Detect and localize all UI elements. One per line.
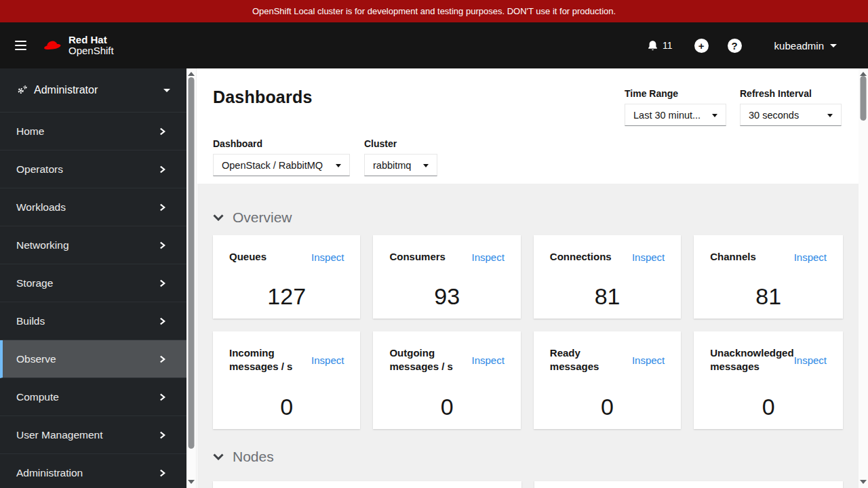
chevron-right-icon [159,317,166,325]
masthead: Red Hat OpenShift 11 + ? kubeadmin [0,22,868,68]
inspect-link[interactable]: Inspect [471,251,504,263]
stat-value: 127 [229,284,344,310]
dashboard-select[interactable]: OpenStack / RabbitMQ [213,154,350,176]
window-scrollbar-right[interactable] [859,68,868,488]
stat-card-connections: Connections Inspect 81 [534,235,681,319]
sidebar-item-workloads[interactable]: Workloads [0,188,186,226]
chevron-right-icon [159,127,166,136]
inspect-link[interactable]: Inspect [794,354,827,366]
content-scrollbar-left[interactable] [186,68,197,488]
page-title: Dashboards [213,87,312,107]
caret-down-icon [830,44,837,47]
stat-value: 81 [550,284,665,310]
question-circle-icon: ? [732,41,738,51]
caret-down-icon [712,114,717,117]
sidebar-item-home[interactable]: Home [0,113,186,150]
main-content: Dashboards Time Range Last 30 minut... R… [197,68,859,488]
caret-down-icon [336,164,341,167]
scrollbar-thumb[interactable] [189,77,195,449]
time-range-label: Time Range [625,88,678,99]
overview-cards: Queues Inspect 127 Consumers Inspect 93 … [213,235,843,429]
openshift-console: OpenShift Local cluster is for developme… [0,0,868,488]
dashboard-label: Dashboard [213,138,262,149]
add-button[interactable]: + [694,39,709,53]
refresh-interval-label: Refresh Interval [740,88,812,99]
stat-card-incoming-messages: Incoming messages / s Inspect 0 [213,331,360,429]
stat-value: 0 [229,394,344,421]
stat-card-outgoing-messages: Outgoing messages / s Inspect 0 [373,331,520,429]
chevron-right-icon [159,355,166,363]
brand-product: OpenShift [68,45,114,56]
panel-card-placeholder [534,481,843,488]
cogs-icon [16,85,28,96]
chevron-right-icon [159,241,166,249]
bell-icon [647,40,658,52]
stat-card-ready-messages: Ready messages Inspect 0 [534,331,681,429]
caret-down-icon [163,89,170,92]
section-title: Nodes [233,449,274,465]
sidebar-item-networking[interactable]: Networking [0,226,186,264]
brand-name: Red Hat [68,35,114,45]
chevron-right-icon [159,431,166,439]
sidebar-item-observe[interactable]: Observe [0,340,186,378]
section-overview-toggle[interactable]: Overview [213,209,292,226]
sidebar-nav: Administrator Home Operators Workloads N… [0,68,186,488]
chevron-right-icon [159,469,166,477]
inspect-link[interactable]: Inspect [632,354,665,366]
sidebar-item-operators[interactable]: Operators [0,150,186,188]
inspect-link[interactable]: Inspect [311,354,344,366]
chevron-down-icon [213,453,224,460]
chevron-right-icon [159,279,166,287]
scrollbar-thumb[interactable] [861,76,867,121]
stat-value: 81 [710,284,827,310]
stat-card-channels: Channels Inspect 81 [694,235,843,319]
caret-down-icon [827,114,833,117]
help-button[interactable]: ? [728,39,742,53]
perspective-switcher[interactable]: Administrator [0,68,186,113]
notifications-button[interactable]: 11 [647,40,673,52]
inspect-link[interactable]: Inspect [632,251,665,263]
cluster-select[interactable]: rabbitmq [364,154,437,176]
perspective-label: Administrator [34,84,98,96]
user-menu[interactable]: kubeadmin [774,40,837,52]
cluster-label: Cluster [364,138,397,149]
stat-value: 0 [550,394,665,421]
dashboard-body: Overview Queues Inspect 127 Consumers In… [197,184,859,488]
chevron-right-icon [159,393,166,401]
chevron-right-icon [159,165,166,174]
panel-card-placeholder [213,481,521,488]
inspect-link[interactable]: Inspect [794,251,827,263]
inspect-link[interactable]: Inspect [311,251,344,263]
chevron-right-icon [159,203,166,211]
sidebar-item-builds[interactable]: Builds [0,302,186,340]
plus-circle-icon: + [698,41,705,51]
sidebar-item-compute[interactable]: Compute [0,378,186,416]
username: kubeadmin [774,40,824,52]
stat-value: 0 [389,394,504,421]
dev-preview-banner: OpenShift Local cluster is for developme… [0,0,868,22]
scroll-down-icon[interactable] [188,480,195,484]
stat-card-queues: Queues Inspect 127 [213,235,360,319]
scroll-up-icon[interactable] [188,72,195,76]
nodes-cards [213,481,843,488]
scroll-down-icon[interactable] [860,480,867,484]
chevron-down-icon [213,214,224,221]
stat-card-consumers: Consumers Inspect 93 [373,235,520,319]
menu-toggle-button[interactable] [15,38,27,53]
sidebar-item-storage[interactable]: Storage [0,264,186,302]
sidebar-item-administration[interactable]: Administration [0,454,186,488]
time-range-select[interactable]: Last 30 minut... [625,104,726,126]
stat-value: 0 [710,394,827,421]
stat-card-unacknowledged-messages: Unacknowledged messages Inspect 0 [694,331,843,429]
inspect-link[interactable]: Inspect [471,354,504,366]
refresh-interval-select[interactable]: 30 seconds [740,104,842,126]
caret-down-icon [423,164,429,167]
section-title: Overview [233,209,292,226]
stat-value: 93 [389,284,504,310]
banner-text: OpenShift Local cluster is for developme… [252,6,616,16]
notification-count: 11 [663,40,673,51]
red-hat-fedora-icon [41,37,63,54]
section-nodes-toggle[interactable]: Nodes [213,449,274,465]
sidebar-item-user-management[interactable]: User Management [0,416,186,454]
brand-logo: Red Hat OpenShift [41,35,114,56]
